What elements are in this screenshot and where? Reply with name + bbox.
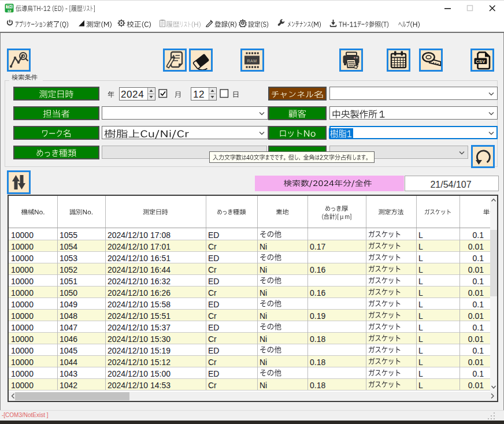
svg-text:0.01: 0.01	[468, 288, 484, 297]
svg-text:Ni: Ni	[260, 311, 267, 321]
svg-text:2024: 2024	[121, 89, 144, 100]
svg-text:1045: 1045	[60, 346, 77, 355]
svg-text:0.01: 0.01	[468, 265, 484, 274]
svg-text:L: L	[418, 346, 423, 355]
svg-text:0.17: 0.17	[310, 242, 325, 251]
svg-text:0.1: 0.1	[473, 254, 484, 263]
svg-text:1052: 1052	[60, 265, 77, 274]
svg-text:10000: 10000	[11, 311, 34, 321]
svg-text:1050: 1050	[60, 288, 77, 297]
svg-text:Cr: Cr	[208, 334, 217, 344]
svg-text:L: L	[418, 381, 423, 390]
svg-text:ED: ED	[208, 369, 219, 378]
svg-text:21/54/107: 21/54/107	[430, 180, 471, 189]
svg-text:2024/12/10 17:01: 2024/12/10 17:01	[108, 242, 171, 251]
svg-text:1054: 1054	[60, 242, 77, 251]
svg-text:0.16: 0.16	[310, 288, 325, 297]
svg-text:L: L	[418, 300, 423, 309]
svg-text:0.18: 0.18	[310, 381, 325, 390]
svg-text:Ni: Ni	[260, 358, 267, 367]
svg-text:0.01: 0.01	[468, 358, 484, 367]
svg-text:L: L	[418, 242, 423, 251]
svg-text:2024/12/10 16:26: 2024/12/10 16:26	[108, 288, 171, 297]
svg-text:10000: 10000	[11, 277, 34, 286]
svg-text:0.1: 0.1	[473, 346, 484, 355]
svg-text:2024/12/10 15:19: 2024/12/10 15:19	[108, 346, 171, 355]
svg-text:Cr: Cr	[208, 381, 217, 390]
svg-text:2024/12/10 15:12: 2024/12/10 15:12	[108, 358, 171, 367]
svg-text:Cr: Cr	[208, 242, 217, 251]
svg-text:0.19: 0.19	[310, 311, 325, 321]
svg-text:10000: 10000	[11, 346, 34, 355]
svg-text:Ni: Ni	[260, 288, 267, 297]
svg-text:Cr: Cr	[208, 288, 217, 297]
svg-text:1053: 1053	[60, 254, 77, 263]
svg-text:2024/12/10 15:51: 2024/12/10 15:51	[108, 311, 171, 321]
svg-text:0.01: 0.01	[468, 242, 484, 251]
svg-text:ED: ED	[208, 230, 219, 240]
svg-text:L: L	[418, 277, 423, 286]
svg-text:Cr: Cr	[208, 358, 217, 367]
svg-text:L: L	[418, 254, 423, 263]
svg-text:12: 12	[193, 89, 205, 100]
svg-text:10000: 10000	[11, 334, 34, 344]
svg-text:1048: 1048	[60, 311, 77, 321]
svg-text:Ni: Ni	[260, 334, 267, 344]
svg-text:L: L	[418, 311, 423, 321]
svg-text:0.1: 0.1	[473, 230, 484, 240]
svg-text:10000: 10000	[11, 369, 34, 378]
svg-text:2024/12/10 17:08: 2024/12/10 17:08	[108, 230, 171, 240]
svg-text:L: L	[418, 230, 423, 240]
svg-text:10000: 10000	[11, 254, 34, 263]
svg-text:L: L	[418, 265, 423, 274]
svg-text:0.1: 0.1	[473, 277, 484, 286]
svg-text:0.18: 0.18	[310, 358, 325, 367]
svg-text:2024/12/10 16:32: 2024/12/10 16:32	[108, 277, 171, 286]
svg-text:ED: ED	[208, 254, 219, 263]
svg-text:0.01: 0.01	[468, 334, 484, 344]
svg-text:1043: 1043	[60, 369, 77, 378]
svg-text:2024/12/10 15:37: 2024/12/10 15:37	[108, 323, 171, 332]
svg-text:L: L	[418, 369, 423, 378]
svg-text:10000: 10000	[11, 358, 34, 367]
svg-text:Ni: Ni	[260, 381, 267, 390]
svg-text:Cr: Cr	[208, 311, 217, 321]
svg-text:1055: 1055	[60, 230, 77, 240]
svg-text:2024/12/10 16:51: 2024/12/10 16:51	[108, 254, 171, 263]
svg-text:Ni: Ni	[260, 265, 267, 274]
svg-text:10000: 10000	[11, 265, 34, 274]
svg-text:0.18: 0.18	[310, 334, 325, 344]
svg-text:1047: 1047	[60, 323, 77, 332]
svg-text:2024/12/10 15:58: 2024/12/10 15:58	[108, 300, 171, 309]
svg-text:1044: 1044	[60, 358, 77, 367]
svg-text:10000: 10000	[11, 323, 34, 332]
svg-text:1049: 1049	[60, 300, 77, 309]
svg-text:0.01: 0.01	[468, 311, 484, 321]
svg-text:2024/12/10 15:00: 2024/12/10 15:00	[108, 369, 171, 378]
svg-text:ED: ED	[208, 323, 219, 332]
svg-text:1051: 1051	[60, 277, 77, 286]
svg-text:Cr: Cr	[208, 265, 217, 274]
svg-text:0.1: 0.1	[473, 300, 484, 309]
svg-text:Ni: Ni	[260, 242, 267, 251]
svg-text:10000: 10000	[11, 242, 34, 251]
svg-text:0.16: 0.16	[310, 265, 325, 274]
svg-text:ED: ED	[208, 300, 219, 309]
svg-text:1042: 1042	[60, 381, 77, 390]
svg-text:10000: 10000	[11, 381, 34, 390]
svg-text:2024/12/10 14:53: 2024/12/10 14:53	[108, 381, 171, 390]
svg-text:10000: 10000	[11, 288, 34, 297]
svg-text:L: L	[418, 323, 423, 332]
svg-text:0.01: 0.01	[468, 381, 484, 390]
svg-text:ED: ED	[208, 346, 219, 355]
svg-text:2024/12/10 15:30: 2024/12/10 15:30	[108, 334, 171, 344]
svg-text:10000: 10000	[11, 230, 34, 240]
svg-text:0.1: 0.1	[473, 369, 484, 378]
svg-text:1046: 1046	[60, 334, 77, 344]
svg-text:L: L	[418, 358, 423, 367]
svg-text:0.1: 0.1	[473, 323, 484, 332]
svg-text:L: L	[418, 334, 423, 344]
svg-text:-[COM3/NotExist ]: -[COM3/NotExist ]	[2, 412, 49, 418]
svg-text:L: L	[418, 288, 423, 297]
svg-text:2024/12/10 16:44: 2024/12/10 16:44	[108, 265, 171, 274]
